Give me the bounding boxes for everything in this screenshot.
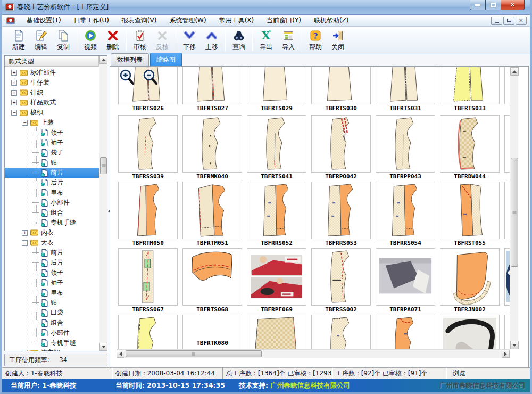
- copy-button[interactable]: 复制: [52, 28, 74, 53]
- tree-item-leaf-7[interactable]: 领子: [5, 128, 99, 138]
- tree-item-leaf-9[interactable]: 袋子: [5, 147, 99, 158]
- thumbnail-cell[interactable]: TBFRTS029: [247, 67, 306, 113]
- thumbnail-image[interactable]: [311, 248, 371, 306]
- thumbnail-cell[interactable]: TBFRTS027: [182, 67, 242, 113]
- tree-item-leaf-22[interactable]: 袖子: [5, 278, 99, 288]
- thumbnail-image[interactable]: [376, 182, 435, 239]
- collapse-icon[interactable]: −: [22, 240, 28, 246]
- thumbnail-image[interactable]: [440, 182, 500, 239]
- thumbnail-cell[interactable]: TBFRTS030: [311, 67, 371, 113]
- thumbnail-image[interactable]: [182, 115, 242, 173]
- help-button[interactable]: ?帮助: [304, 28, 327, 53]
- thumbnail-image[interactable]: [118, 182, 178, 239]
- thumbnail-cell[interactable]: TBFRJN002: [440, 248, 500, 314]
- tree-item-leaf-19[interactable]: 前片: [5, 248, 99, 258]
- expand-icon[interactable]: +: [11, 80, 17, 86]
- thumbnail-image[interactable]: [247, 248, 306, 306]
- thumbnail-cell[interactable]: [440, 315, 500, 349]
- thumbnail-image[interactable]: [504, 248, 510, 306]
- scroll-left-icon[interactable]: [117, 350, 124, 358]
- tree-item-leaf-8[interactable]: 袖子: [5, 138, 99, 148]
- audit-button[interactable]: 审核: [129, 28, 151, 53]
- thumbnail-image[interactable]: [440, 248, 500, 306]
- tree-item-leaf-25[interactable]: 口袋: [5, 308, 99, 318]
- thumbnail-cell[interactable]: TBFRSS002: [311, 248, 371, 314]
- tree-item-leaf-28[interactable]: 专机手缝: [5, 338, 99, 348]
- tree-item-folder-2[interactable]: +牛仔装: [5, 78, 99, 88]
- tree-item-leaf-16[interactable]: 专机手缝: [5, 218, 99, 228]
- edit-button[interactable]: 编辑: [30, 28, 52, 53]
- thumbnail-cell[interactable]: TBFRTK080: [182, 315, 242, 349]
- thumbnail-image[interactable]: [504, 115, 510, 173]
- thumbnail-image[interactable]: [311, 67, 371, 104]
- thumbnail-cell[interactable]: TBFRTS041: [247, 115, 306, 181]
- tree-item-leaf-24[interactable]: 贴: [5, 298, 99, 308]
- thumbnail-cell[interactable]: TBFRRS052: [247, 182, 306, 248]
- thumbnail-cell[interactable]: TBFRRS053: [311, 182, 371, 248]
- new-doc-button[interactable]: 新建: [7, 28, 30, 53]
- thumbnail-cell[interactable]: TBFRPF069: [247, 248, 306, 314]
- mdi-minimize-button[interactable]: [491, 17, 502, 25]
- thumbnail-cell[interactable]: [504, 115, 510, 173]
- thumbnail-cell[interactable]: [247, 315, 306, 349]
- menu-item-1[interactable]: 基础设置(T): [20, 14, 68, 27]
- menu-item-7[interactable]: 联机帮助(Z): [307, 14, 355, 27]
- thumbnail-image[interactable]: [182, 67, 242, 104]
- move-down-button[interactable]: 下移: [178, 28, 201, 53]
- scroll-up-icon[interactable]: [510, 67, 519, 76]
- tab-data-list[interactable]: 数据列表: [111, 53, 149, 66]
- tree-item-leaf-15[interactable]: 组合: [5, 208, 99, 218]
- menu-item-2[interactable]: 日常工作(U): [68, 14, 115, 27]
- tree-item-folder-18[interactable]: −大衣: [5, 238, 99, 248]
- horizontal-scrollbar[interactable]: [117, 349, 510, 358]
- thumbnail-cell[interactable]: TBFRRS054: [376, 182, 435, 248]
- thumbnail-cell[interactable]: [504, 67, 510, 104]
- thumbnail-image[interactable]: [247, 315, 306, 349]
- tree-item-leaf-11[interactable]: 前片: [5, 168, 99, 178]
- expand-icon[interactable]: +: [11, 100, 17, 105]
- scroll-down-icon[interactable]: [510, 341, 519, 349]
- export-excel-button[interactable]: X导出: [255, 28, 277, 53]
- thumbnail-image[interactable]: [311, 315, 371, 349]
- thumbnail-cell[interactable]: TBFRTS031: [376, 67, 435, 113]
- unaudit-button[interactable]: 反核: [151, 28, 173, 53]
- collapse-icon[interactable]: −: [22, 120, 28, 126]
- expand-icon[interactable]: +: [22, 350, 28, 351]
- zoom-out-button[interactable]: [142, 69, 159, 86]
- thumbnail-cell[interactable]: TBFRTS033: [440, 67, 500, 113]
- video-button[interactable]: 视频: [79, 28, 102, 53]
- thumbnail-image[interactable]: [376, 67, 435, 104]
- thumbnail-cell[interactable]: [376, 315, 435, 349]
- tree-item-folder-3[interactable]: +针织: [5, 88, 99, 98]
- thumbnail-image[interactable]: [182, 182, 242, 239]
- tree-item-leaf-10[interactable]: 贴: [5, 158, 99, 168]
- expand-icon[interactable]: +: [22, 230, 28, 236]
- menu-item-5[interactable]: 常用工具(X): [213, 14, 261, 27]
- thumbnail-cell[interactable]: TBFRMK040: [182, 115, 242, 181]
- thumbnail-cell[interactable]: TBFRTM051: [182, 182, 242, 248]
- thumbnail-image[interactable]: [247, 182, 306, 239]
- tree-item-leaf-20[interactable]: 后片: [5, 258, 99, 268]
- tree-scroll-thumb[interactable]: [100, 157, 107, 174]
- search-button[interactable]: 查询: [228, 28, 250, 53]
- menu-item-4[interactable]: 系统管理(W): [163, 14, 212, 27]
- scroll-right-icon[interactable]: [502, 350, 510, 358]
- exit-button[interactable]: 关闭: [327, 28, 349, 53]
- tree-scroll-down-icon[interactable]: [99, 343, 107, 351]
- thumbnail-image[interactable]: [376, 315, 435, 349]
- delete-button[interactable]: 删除: [102, 28, 124, 53]
- tree-item-folder-5[interactable]: −梭织: [5, 108, 99, 118]
- minimize-button[interactable]: [470, 0, 486, 10]
- close-button[interactable]: ✕: [501, 0, 525, 10]
- thumbnail-cell[interactable]: [504, 248, 510, 306]
- thumbnail-image[interactable]: [440, 315, 500, 349]
- thumbnail-cell[interactable]: TBFRPO042: [311, 115, 371, 181]
- thumbnail-image[interactable]: [311, 115, 371, 173]
- tree-item-leaf-27[interactable]: 小部件: [5, 328, 99, 338]
- thumbnail-cell[interactable]: TBFRTM050: [118, 182, 178, 248]
- thumbnail-cell[interactable]: TBFRPA071: [376, 248, 435, 314]
- tree-item-folder-29[interactable]: +连衣裙: [5, 348, 99, 351]
- tree-scrollbar[interactable]: [99, 56, 107, 351]
- thumbnail-image[interactable]: [504, 182, 510, 239]
- collapse-icon[interactable]: −: [11, 110, 17, 116]
